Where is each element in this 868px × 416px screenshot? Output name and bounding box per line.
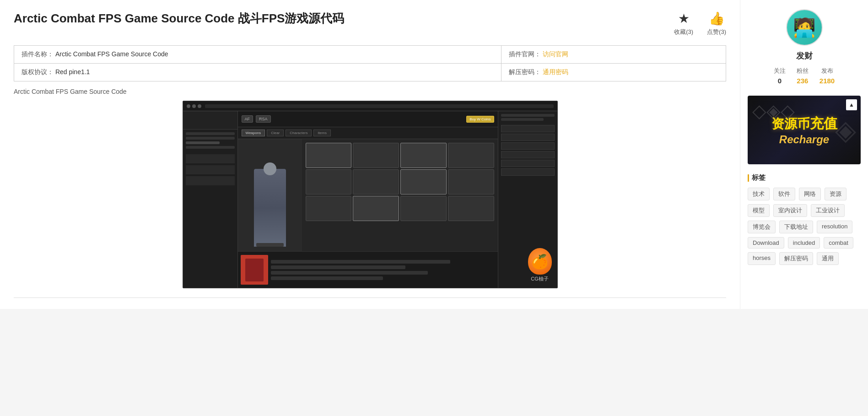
username: 发财 <box>796 50 813 61</box>
tags-section: 标签 技术软件网络资源模型室内设计工业设计博览会下载地址resolutionDo… <box>748 173 861 265</box>
tag-item[interactable]: resolution <box>817 221 852 233</box>
password-link[interactable]: 通用密码 <box>543 68 568 76</box>
tags-grid: 技术软件网络资源模型室内设计工业设计博览会下载地址resolutionDownl… <box>748 188 861 265</box>
screenshot-area: AF RSA Buy W Coins Weapons Clear Charact… <box>14 101 726 288</box>
tag-item[interactable]: 通用 <box>817 252 839 265</box>
page-divider <box>14 297 726 298</box>
content-subtitle: Arctic Combat FPS Game Source Code <box>14 88 726 95</box>
tag-item[interactable]: 网络 <box>799 188 821 200</box>
ad-title-en: Recharge <box>771 133 837 146</box>
collect-button[interactable]: ★ 收藏(3) <box>674 11 693 36</box>
plugin-name-label: 插件名称： <box>22 50 54 58</box>
tag-item[interactable]: Download <box>748 237 784 249</box>
tag-item[interactable]: 资源 <box>825 188 846 200</box>
ad-arrow: ▲ <box>846 99 857 110</box>
like-button[interactable]: 👍 点赞(3) <box>707 11 726 36</box>
official-site-label: 插件官网： <box>509 50 541 58</box>
like-label: 点赞(3) <box>707 28 726 36</box>
tag-item[interactable]: 博览会 <box>748 221 776 233</box>
publish-label: 发布 <box>821 67 833 75</box>
publish-value: 2180 <box>819 77 835 85</box>
tag-item[interactable]: 模型 <box>748 204 770 217</box>
tag-item[interactable]: 下载地址 <box>779 221 813 233</box>
tag-item[interactable]: 技术 <box>748 188 770 200</box>
info-table: 插件名称： Arctic Combat FPS Game Source Code… <box>14 45 726 81</box>
star-icon: ★ <box>678 11 690 26</box>
tag-item[interactable]: combat <box>824 237 853 249</box>
watermark: 🍊 CG柚子 <box>528 248 552 282</box>
tag-item[interactable]: included <box>788 237 820 249</box>
watermark-text: CG柚子 <box>531 276 549 282</box>
ad-decoration: ◇◈◇ <box>752 100 795 121</box>
avatar: 🧑‍💻 <box>786 9 823 46</box>
plugin-name-value: Arctic Combat FPS Game Source Code <box>55 50 168 58</box>
official-site-link[interactable]: 访问官网 <box>543 50 568 58</box>
license-value: Red pine1.1 <box>55 68 90 76</box>
thumb-up-icon: 👍 <box>709 11 725 26</box>
stat-publish: 发布 2180 <box>819 67 835 85</box>
tag-item[interactable]: horses <box>748 252 776 265</box>
page-title: Arctic Combat FPS Game Source Code 战斗FPS… <box>14 11 344 27</box>
license-label: 版权协议： <box>22 68 54 76</box>
user-stats: 关注 0 粉丝 236 发布 2180 <box>774 67 835 85</box>
ad-banner[interactable]: ◇◈◇ ▲ 资源币充值 Recharge ◈ <box>748 96 861 164</box>
follow-value: 0 <box>778 77 782 85</box>
tag-item[interactable]: 解压密码 <box>779 252 813 265</box>
fans-value: 236 <box>797 77 808 85</box>
sidebar: 🧑‍💻 发财 关注 0 粉丝 236 发布 2180 ◇◈◇ <box>740 0 868 309</box>
tags-title: 标签 <box>748 173 861 182</box>
stat-follow: 关注 0 <box>774 67 786 85</box>
tag-item[interactable]: 工业设计 <box>811 204 845 217</box>
password-label: 解压密码： <box>509 68 541 76</box>
user-profile: 🧑‍💻 发财 关注 0 粉丝 236 发布 2180 <box>748 9 861 85</box>
tag-item[interactable]: 室内设计 <box>773 204 807 217</box>
follow-label: 关注 <box>774 67 786 75</box>
collect-label: 收藏(3) <box>674 28 693 36</box>
avatar-image: 🧑‍💻 <box>793 18 816 37</box>
game-screenshot: AF RSA Buy W Coins Weapons Clear Charact… <box>183 101 558 288</box>
fans-label: 粉丝 <box>797 67 809 75</box>
stat-fans: 粉丝 236 <box>797 67 809 85</box>
tag-item[interactable]: 软件 <box>773 188 795 200</box>
